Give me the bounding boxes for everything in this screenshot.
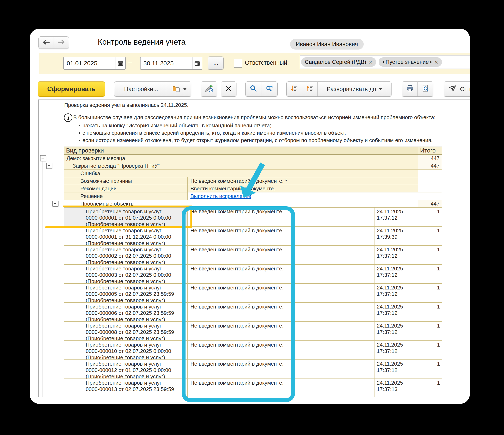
timestamp-cell: 24.11.2025 17:37:12 xyxy=(375,265,418,283)
screenshot-stage: Контроль ведения учета Иванов Иван Ивано… xyxy=(0,0,504,435)
calendar-icon[interactable] xyxy=(192,57,202,69)
group-row-demo[interactable]: Демо: закрытие месяца 447 xyxy=(64,155,442,162)
problem-object-row[interactable]: Приобретение товаров и услуг 0000-000006… xyxy=(64,303,442,322)
problem-object-row[interactable]: Приобретение товаров и услуг 0000-000002… xyxy=(64,246,442,265)
gold-highlight-right xyxy=(190,205,192,228)
clear-button[interactable] xyxy=(221,82,236,97)
empty-cell xyxy=(292,208,375,226)
edit-history-icon xyxy=(205,84,214,94)
search-icon xyxy=(250,85,257,93)
empty-cell xyxy=(292,265,375,283)
chip-remove-icon[interactable]: × xyxy=(434,59,438,65)
empty-cell xyxy=(292,322,375,340)
collapse-levels-icon xyxy=(306,85,314,93)
solution-row[interactable]: Решение Выполнить исправление xyxy=(64,192,442,200)
detail-rows: Приобретение товаров и услуг 0000-000001… xyxy=(64,208,442,397)
empty-cell xyxy=(292,360,375,379)
responsible-chips-field[interactable]: Сандалов Сергей (РДВ) × <Пустое значение… xyxy=(300,55,470,69)
period-more-button[interactable]: ... xyxy=(208,56,224,70)
send-label: Отп xyxy=(460,86,470,93)
responsible-chip[interactable]: <Пустое значение> × xyxy=(379,57,442,67)
total-cell: 1 xyxy=(418,246,442,264)
tree-line xyxy=(38,100,39,397)
report-variants-button[interactable] xyxy=(168,82,191,96)
document-cell: Приобретение товаров и услуг 0000-000001… xyxy=(64,227,187,245)
timestamp-cell: 24.11.2025 17:39:39 xyxy=(375,227,418,245)
print-button[interactable] xyxy=(402,82,417,96)
responsible-checkbox[interactable] xyxy=(234,59,242,68)
problem-object-row[interactable]: Приобретение товаров и услуг 0000-000010… xyxy=(64,341,442,360)
comment-cell: Не введен комментарий в документе. xyxy=(187,284,292,302)
column-header-total: Итого xyxy=(418,147,442,154)
problem-object-row[interactable]: Приобретение товаров и услуг 0000-000013… xyxy=(64,379,442,397)
app-window: Контроль ведения учета Иванов Иван Ивано… xyxy=(30,29,470,404)
recommendation-row[interactable]: Рекомендации Ввести комментарий в докуме… xyxy=(64,185,442,192)
document-cell: Приобретение товаров и услуг 0000-000001… xyxy=(64,208,187,226)
timestamp-cell: 24.11.2025 17:37:12 xyxy=(375,208,418,226)
chip-label: Сандалов Сергей (РДВ) xyxy=(305,59,366,65)
expand-to-button[interactable]: Разворачивать до xyxy=(317,82,391,96)
settings-button[interactable]: Настройки... xyxy=(114,82,168,96)
total-value: 447 xyxy=(418,155,442,162)
report-variants-icon xyxy=(172,85,181,93)
group-row-month-close[interactable]: Закрытие месяца "Проверка ПТиУ" 447 xyxy=(64,162,442,170)
info-bullet: •если история изменений отключена, то бу… xyxy=(79,137,433,143)
document-cell: Приобретение товаров и услуг 0000-000006… xyxy=(64,303,187,321)
comment-cell: Не введен комментарий в документе. xyxy=(187,360,292,379)
problem-object-row[interactable]: Приобретение товаров и услуг 0000-000012… xyxy=(64,360,442,379)
comment-cell: Не введен комментарий в документе. xyxy=(187,379,292,397)
chip-label: <Пустое значение> xyxy=(382,59,432,65)
gold-highlight-bottom xyxy=(45,226,192,228)
chip-remove-icon[interactable]: × xyxy=(369,59,372,65)
collapse-group-toggle[interactable] xyxy=(46,163,52,169)
total-cell: 1 xyxy=(418,322,442,340)
empty-cell xyxy=(292,379,375,397)
fix-link[interactable]: Выполнить исправление xyxy=(190,193,251,199)
date-from-input[interactable]: 01.01.2025 xyxy=(63,57,126,70)
page-title: Контроль ведения учета xyxy=(98,38,186,46)
collapse-levels-button[interactable] xyxy=(302,82,317,96)
total-cell: 1 xyxy=(418,227,442,245)
total-value: 447 xyxy=(418,162,442,169)
document-cell: Приобретение товаров и услуг 0000-000012… xyxy=(64,360,187,379)
problem-object-row[interactable]: Приобретение товаров и услуг 0000-000001… xyxy=(64,227,442,246)
responsible-chip[interactable]: Сандалов Сергей (РДВ) × xyxy=(301,57,376,67)
calendar-icon[interactable] xyxy=(116,57,125,69)
comment-cell: Не введен комментарий в документе. xyxy=(187,208,292,226)
timestamp-cell: 24.11.2025 17:37:12 xyxy=(375,322,418,340)
report-run-note: Проверка ведения учета выполнялась 24.11… xyxy=(64,102,188,108)
document-cell: Приобретение товаров и услуг 0000-000008… xyxy=(64,322,187,340)
send-button[interactable]: Отп xyxy=(444,82,470,97)
total-cell: 1 xyxy=(418,341,442,360)
generate-button[interactable]: Сформировать xyxy=(38,82,105,97)
date-range-dash: – xyxy=(128,59,132,66)
empty-cell xyxy=(292,341,375,360)
comment-cell: Не введен комментарий в документе. xyxy=(187,246,292,264)
search-next-button[interactable] xyxy=(261,82,277,96)
send-icon xyxy=(449,85,457,93)
error-row[interactable]: Ошибка xyxy=(64,170,442,177)
gold-highlight-top xyxy=(63,205,192,207)
report-divider xyxy=(38,100,470,100)
timestamp-cell: 24.11.2025 17:37:12 xyxy=(375,341,418,360)
forward-button[interactable] xyxy=(54,37,69,48)
tree-line xyxy=(55,206,55,397)
expand-levels-button[interactable] xyxy=(287,82,302,96)
collapse-group-toggle[interactable] xyxy=(40,155,46,161)
date-to-input[interactable]: 30.11.2025 xyxy=(140,57,202,70)
back-button[interactable] xyxy=(39,37,54,48)
info-icon: i xyxy=(64,113,72,122)
document-cell: Приобретение товаров и услуг 0000-000003… xyxy=(64,265,187,283)
print-preview-button[interactable] xyxy=(417,82,433,96)
problem-object-row[interactable]: Приобретение товаров и услуг 0000-000008… xyxy=(64,322,442,341)
collapse-group-toggle[interactable] xyxy=(52,201,58,207)
causes-row[interactable]: Возможные причины Не введен комментарий … xyxy=(64,177,442,185)
total-cell: 1 xyxy=(418,284,442,302)
problem-object-row[interactable]: Приобретение товаров и услуг 0000-000003… xyxy=(64,265,442,284)
object-history-button[interactable] xyxy=(201,82,217,97)
problem-object-row[interactable]: Приобретение товаров и услуг 0000-000001… xyxy=(64,208,442,227)
timestamp-cell: 24.11.2025 17:37:12 xyxy=(375,303,418,321)
search-button[interactable] xyxy=(246,82,261,96)
problem-object-row[interactable]: Приобретение товаров и услуг 0000-000005… xyxy=(64,284,442,303)
timestamp-cell: 24.11.2025 17:37:13 xyxy=(375,379,418,397)
